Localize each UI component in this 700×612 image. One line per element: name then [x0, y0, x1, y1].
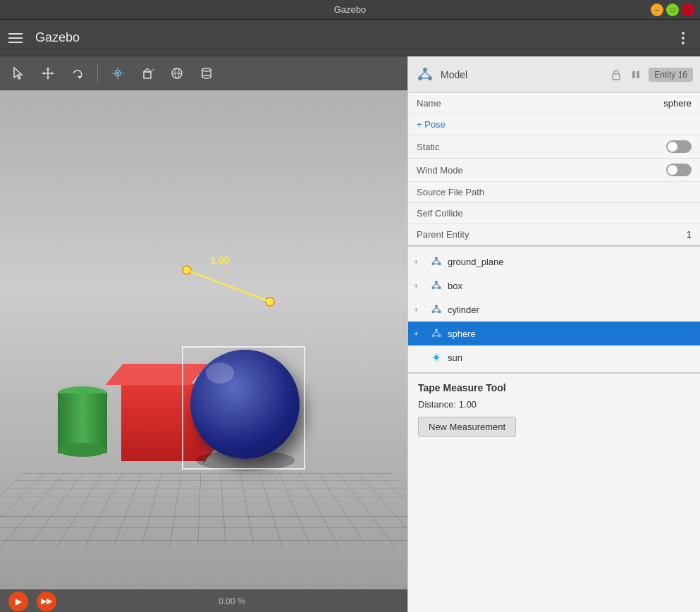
- prop-key-name: Name: [408, 93, 569, 114]
- light-icon: [429, 350, 443, 365]
- svg-line-65: [434, 355, 434, 355]
- app-title: Gazebo: [35, 30, 675, 45]
- close-button[interactable]: ✕: [682, 4, 694, 16]
- lock-icon[interactable]: [609, 68, 623, 82]
- status-center: 0.00 %: [65, 596, 399, 606]
- tree-item-box[interactable]: + box: [408, 274, 700, 298]
- prop-key-pose: Pose: [408, 114, 569, 135]
- viewport: 1.00 ▶ ▶▶ 0.00 %: [0, 56, 407, 612]
- hamburger-line: [8, 42, 23, 43]
- svg-rect-35: [637, 71, 639, 78]
- box-tool[interactable]: [135, 61, 160, 86]
- tree-label: ground_plane: [448, 257, 504, 267]
- measure-label: 1.00: [210, 255, 229, 266]
- svg-point-27: [423, 68, 427, 72]
- svg-line-52: [436, 307, 440, 310]
- cylinder-tool[interactable]: [194, 61, 219, 86]
- svg-line-39: [433, 259, 436, 262]
- tape-tool-title: Tape Measure Tool: [418, 382, 690, 393]
- prop-key-static: Static: [408, 135, 569, 159]
- svg-line-26: [187, 270, 270, 302]
- prop-name: Name sphere: [408, 93, 700, 114]
- tree-expand-icon: +: [414, 257, 425, 266]
- tree-item-cylinder[interactable]: + cylinder: [408, 298, 700, 322]
- prop-key-parent: Parent Entity: [408, 224, 569, 245]
- svg-line-66: [438, 360, 439, 360]
- prop-key-source: Source File Path: [408, 182, 569, 203]
- prop-val-wind[interactable]: [569, 159, 700, 182]
- main-layout: 1.00 ▶ ▶▶ 0.00 %: [0, 56, 700, 612]
- tree-item-sphere[interactable]: + sphere: [408, 322, 700, 345]
- hamburger-menu[interactable]: [8, 30, 25, 47]
- svg-point-54: [435, 329, 438, 331]
- properties-section: Name sphere Pose Static Wind Mod: [408, 93, 700, 245]
- minimize-button[interactable]: –: [651, 4, 663, 16]
- scene[interactable]: 1.00: [0, 90, 407, 589]
- select-tool[interactable]: [6, 61, 31, 86]
- tree-label: box: [448, 281, 462, 291]
- tree-label: sun: [448, 353, 462, 363]
- svg-line-40: [436, 259, 440, 262]
- tree-item-sun[interactable]: sun: [408, 345, 700, 369]
- prop-val-static[interactable]: [569, 135, 700, 159]
- model-icon: [415, 65, 435, 85]
- maximize-button[interactable]: □: [666, 4, 679, 16]
- app-menu-icon[interactable]: [675, 30, 692, 47]
- svg-line-45: [433, 283, 436, 286]
- lights-tool[interactable]: [105, 61, 130, 86]
- prop-wind: Wind Mode: [408, 159, 700, 182]
- tree-label: cylinder: [448, 305, 479, 315]
- svg-marker-7: [78, 76, 82, 79]
- svg-marker-5: [42, 72, 44, 75]
- svg-line-67: [438, 355, 439, 355]
- prop-pose[interactable]: Pose: [408, 114, 700, 135]
- hamburger-line: [8, 37, 23, 39]
- prop-parent: Parent Entity 1: [408, 224, 700, 245]
- sphere-tool[interactable]: [164, 61, 190, 86]
- green-cylinder[interactable]: [58, 386, 107, 457]
- prop-source: Source File Path: [408, 182, 700, 203]
- status-bar: ▶ ▶▶ 0.00 %: [0, 589, 407, 612]
- tree-model-icon: [429, 302, 443, 317]
- titlebar: Gazebo – □ ✕: [0, 0, 700, 20]
- svg-point-24: [183, 266, 191, 274]
- tree-label: sphere: [448, 329, 476, 339]
- tree-expand-icon: +: [414, 281, 425, 290]
- step-button[interactable]: ▶▶: [37, 592, 56, 611]
- tree-expand-icon: +: [414, 305, 425, 314]
- svg-line-51: [433, 307, 436, 310]
- svg-marker-0: [14, 68, 22, 79]
- svg-rect-33: [613, 74, 620, 80]
- svg-line-58: [436, 331, 440, 334]
- prop-key-wind: Wind Mode: [408, 159, 569, 182]
- play-button[interactable]: ▶: [8, 592, 28, 611]
- pause-icon[interactable]: [629, 68, 643, 82]
- prop-val-parent: 1: [569, 224, 700, 245]
- toolbar: [0, 56, 407, 90]
- svg-point-20: [202, 68, 211, 71]
- wind-toggle[interactable]: [666, 164, 692, 176]
- static-toggle[interactable]: [666, 140, 692, 153]
- prop-val-pose: [569, 114, 700, 135]
- tape-distance: Distance: 1.00: [418, 399, 690, 410]
- tree-expand-icon: +: [414, 329, 425, 338]
- svg-line-57: [433, 331, 436, 334]
- svg-point-9: [116, 72, 119, 75]
- svg-point-36: [435, 257, 438, 259]
- tree-item-ground-plane[interactable]: + ground_plane: [408, 250, 700, 274]
- prop-selfcollide: Self Collide: [408, 203, 700, 224]
- tape-measure-tool: Tape Measure Tool Distance: 1.00 New Mea…: [408, 372, 700, 446]
- tree-model-icon: [429, 255, 443, 269]
- prop-val-source: [569, 182, 700, 203]
- svg-line-68: [434, 360, 434, 360]
- model-label: Model: [441, 69, 603, 80]
- properties-table: Name sphere Pose Static Wind Mod: [408, 93, 700, 245]
- blue-sphere[interactable]: [190, 350, 303, 463]
- translate-tool[interactable]: [35, 61, 61, 86]
- svg-rect-34: [632, 71, 635, 78]
- rotate-tool[interactable]: [65, 61, 90, 86]
- prop-static: Static: [408, 135, 700, 159]
- new-measurement-button[interactable]: New Measurement: [418, 417, 516, 437]
- app-header: Gazebo: [0, 20, 700, 56]
- svg-marker-3: [47, 67, 49, 70]
